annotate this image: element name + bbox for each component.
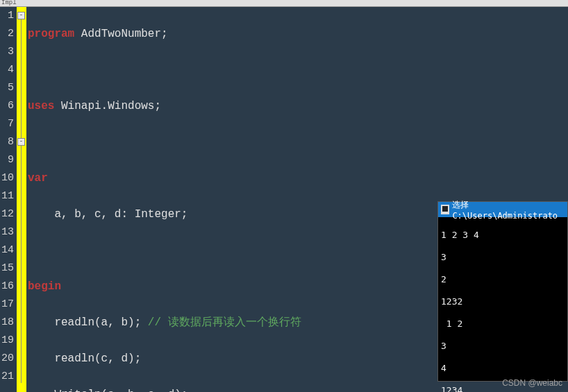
line-number: 1 [0,7,14,25]
line-number: 20 [0,350,14,368]
editor-toolbar: Impl [0,0,568,7]
code-line [28,61,568,79]
console-line: 2 [441,274,565,285]
line-number: 13 [0,223,14,241]
line-number: 15 [0,259,14,278]
console-titlebar[interactable]: 选择 C:\Users\Administrato [438,202,567,217]
code-line: program AddTwoNumber; [28,25,568,43]
line-number: 7 [0,115,14,133]
code-line: var [28,169,568,187]
console-icon [441,205,449,214]
line-number: 18 [0,314,14,332]
line-number: 4 [0,61,14,79]
fold-toggle-icon[interactable]: - [17,138,25,146]
code-line: uses Winapi.Windows; [28,97,568,115]
console-title: 选择 C:\Users\Administrato [452,199,565,221]
console-window[interactable]: 选择 C:\Users\Administrato 1 2 3 4 3 2 123… [437,201,568,382]
line-number: 3 [0,43,14,61]
console-line: 4 [441,363,565,374]
console-output: 1 2 3 4 3 2 1232 1 2 3 4 1234 [438,217,567,392]
line-number-gutter: 1 2 3 4 5 6 7 8 9 10 11 12 13 14 15 16 1… [0,7,17,392]
fold-toggle-icon[interactable]: - [17,12,25,19]
line-number: 6 [0,97,14,115]
line-number: 19 [0,332,14,350]
console-line: 3 [441,341,565,352]
line-number: 10 [0,169,14,187]
watermark: CSDN @weiabc [502,378,562,388]
line-number: 17 [0,296,14,314]
line-number: 21 [0,368,14,386]
line-number: 14 [0,241,14,259]
fold-line [21,19,22,383]
code-line [28,133,568,151]
console-line: 1232 [441,296,565,307]
line-number: 5 [0,79,14,97]
line-number: 11 [0,187,14,205]
console-line: 1 2 3 4 [441,230,565,241]
line-number: 9 [0,151,14,169]
line-number: 12 [0,205,14,223]
console-line: 1 2 [441,318,565,330]
line-number: 8 [0,133,14,151]
impl-label: Impl [1,0,17,6]
line-number: 2 [0,25,14,43]
fold-bar: - - [17,7,26,392]
console-line: 3 [441,252,565,263]
line-number: 16 [0,278,14,296]
